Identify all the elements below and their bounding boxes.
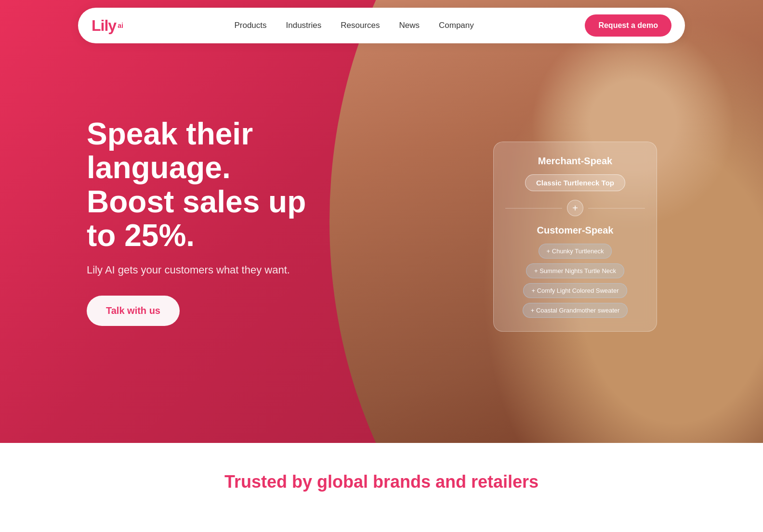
customer-tag-1: + Summer Nights Turtle Neck <box>526 263 624 278</box>
navbar: Lilyai Products Industries Resources New… <box>78 8 685 43</box>
divider-line-left <box>505 208 562 208</box>
hero-headline: Speak their language. Boost sales up to … <box>87 117 337 253</box>
customer-tag-2: + Comfy Light Colored Sweater <box>523 283 627 298</box>
nav-item-resources[interactable]: Resources <box>341 21 380 30</box>
customer-tags-container: + Chunky Turtleneck + Summer Nights Turt… <box>505 244 645 318</box>
nav-item-news[interactable]: News <box>399 21 420 30</box>
merchant-speak-title: Merchant-Speak <box>505 156 645 167</box>
nav-links: Products Industries Resources News Compa… <box>234 21 474 30</box>
hero-subtext: Lily AI gets your customers what they wa… <box>87 264 337 276</box>
info-card: Merchant-Speak Classic Turtleneck Top + … <box>493 142 657 332</box>
customer-speak-title: Customer-Speak <box>505 225 645 236</box>
hero-headline-line1: Speak their language. <box>87 117 253 185</box>
nav-item-company[interactable]: Company <box>439 21 474 30</box>
logo-ai: ai <box>118 22 123 29</box>
customer-tag-0: + Chunky Turtleneck <box>539 244 612 259</box>
divider-line-right <box>588 208 645 208</box>
trusted-section: Trusted by global brands and retailers <box>0 443 763 511</box>
nav-link-products[interactable]: Products <box>234 21 266 30</box>
trusted-title: Trusted by global brands and retailers <box>0 472 763 492</box>
request-demo-button[interactable]: Request a demo <box>585 14 671 37</box>
nav-link-company[interactable]: Company <box>439 21 474 30</box>
divider-plus-icon: + <box>567 200 583 216</box>
customer-tag-3: + Coastal Grandmother sweater <box>523 303 628 318</box>
logo-text: Lily <box>92 17 116 35</box>
hero-section: Speak their language. Boost sales up to … <box>0 0 763 443</box>
merchant-tag-pill: Classic Turtleneck Top <box>525 174 625 191</box>
nav-item-industries[interactable]: Industries <box>286 21 322 30</box>
card-divider: + <box>505 200 645 216</box>
hero-content: Speak their language. Boost sales up to … <box>0 117 337 326</box>
nav-link-resources[interactable]: Resources <box>341 21 380 30</box>
logo[interactable]: Lilyai <box>92 17 123 35</box>
merchant-tag-container: Classic Turtleneck Top <box>505 174 645 191</box>
nav-link-industries[interactable]: Industries <box>286 21 322 30</box>
hero-headline-line2: Boost sales up to 25%. <box>87 184 306 253</box>
nav-link-news[interactable]: News <box>399 21 420 30</box>
talk-with-us-button[interactable]: Talk with us <box>87 296 180 326</box>
nav-item-products[interactable]: Products <box>234 21 266 30</box>
